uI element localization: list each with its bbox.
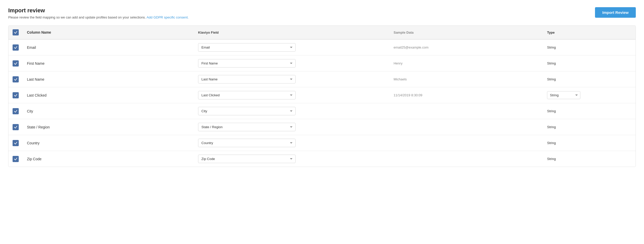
type-cell-0: String <box>543 39 636 55</box>
table-row: Zip CodeEmailFirst NameLast NameLast Cli… <box>8 151 636 167</box>
klaviyo-field-select-6[interactable]: EmailFirst NameLast NameLast ClickedCity… <box>198 139 296 147</box>
row-checkbox-cell-0[interactable] <box>8 39 23 55</box>
sample-data-cell-5 <box>389 119 543 135</box>
column-name-cell-0: Email <box>23 39 194 55</box>
klaviyo-field-cell-7: EmailFirst NameLast NameLast ClickedCity… <box>194 151 389 167</box>
klaviyo-field-cell-2: EmailFirst NameLast NameLast ClickedCity… <box>194 71 389 87</box>
sample-data-header: Sample Data <box>389 26 543 39</box>
klaviyo-field-select-0[interactable]: EmailFirst NameLast NameLast ClickedCity… <box>198 43 296 52</box>
row-checkbox-cell-2[interactable] <box>8 71 23 87</box>
klaviyo-field-cell-6: EmailFirst NameLast NameLast ClickedCity… <box>194 135 389 151</box>
type-cell-3[interactable]: StringNumberDateBoolean <box>543 87 636 103</box>
page-description: Please review the field mapping so we ca… <box>8 15 189 19</box>
page-title: Import review <box>8 7 189 14</box>
sample-data-cell-3: 11/14/2019 8:30:09 <box>389 87 543 103</box>
sample-data-cell-1: Henry <box>389 55 543 71</box>
type-cell-6: String <box>543 135 636 151</box>
row-checkbox-cell-3[interactable] <box>8 87 23 103</box>
column-name-cell-2: Last Name <box>23 71 194 87</box>
sample-data-cell-7 <box>389 151 543 167</box>
row-checkbox-6[interactable] <box>13 140 19 146</box>
table-row: Last ClickedEmailFirst NameLast NameLast… <box>8 87 636 103</box>
row-checkbox-2[interactable] <box>13 76 19 82</box>
table-row: CityEmailFirst NameLast NameLast Clicked… <box>8 103 636 119</box>
gdpr-link[interactable]: Add GDPR specific consent. <box>147 15 189 19</box>
header-row: Import review Please review the field ma… <box>8 7 636 19</box>
description-text: Please review the field mapping so we ca… <box>8 15 146 19</box>
table-header-row: Column Name Klaviyo Field Sample Data Ty… <box>8 26 636 39</box>
klaviyo-field-cell-5: EmailFirst NameLast NameLast ClickedCity… <box>194 119 389 135</box>
column-name-header: Column Name <box>23 26 194 39</box>
column-name-cell-5: State / Region <box>23 119 194 135</box>
klaviyo-field-select-3[interactable]: EmailFirst NameLast NameLast ClickedCity… <box>198 91 296 99</box>
row-checkbox-cell-7[interactable] <box>8 151 23 167</box>
type-cell-4: String <box>543 103 636 119</box>
table-row: CountryEmailFirst NameLast NameLast Clic… <box>8 135 636 151</box>
column-name-cell-6: Country <box>23 135 194 151</box>
row-checkbox-cell-6[interactable] <box>8 135 23 151</box>
klaviyo-field-cell-1: EmailFirst NameLast NameLast ClickedCity… <box>194 55 389 71</box>
type-cell-2: String <box>543 71 636 87</box>
row-checkbox-cell-5[interactable] <box>8 119 23 135</box>
table-row: Last NameEmailFirst NameLast NameLast Cl… <box>8 71 636 87</box>
column-name-cell-1: First Name <box>23 55 194 71</box>
row-checkbox-cell-4[interactable] <box>8 103 23 119</box>
type-cell-1: String <box>543 55 636 71</box>
type-cell-7: String <box>543 151 636 167</box>
row-checkbox-5[interactable] <box>13 124 19 130</box>
row-checkbox-4[interactable] <box>13 108 19 114</box>
klaviyo-field-cell-3: EmailFirst NameLast NameLast ClickedCity… <box>194 87 389 103</box>
row-checkbox-0[interactable] <box>13 44 19 51</box>
select-all-checkbox[interactable] <box>13 29 19 35</box>
type-select-3[interactable]: StringNumberDateBoolean <box>547 91 580 99</box>
page-wrapper: Import review Please review the field ma… <box>0 0 644 174</box>
table-row: State / RegionEmailFirst NameLast NameLa… <box>8 119 636 135</box>
column-name-cell-7: Zip Code <box>23 151 194 167</box>
import-review-button[interactable]: Import Review <box>595 7 636 18</box>
row-checkbox-1[interactable] <box>13 60 19 67</box>
klaviyo-field-select-4[interactable]: EmailFirst NameLast NameLast ClickedCity… <box>198 107 296 115</box>
header-left: Import review Please review the field ma… <box>8 7 189 19</box>
table-row: EmailEmailFirst NameLast NameLast Clicke… <box>8 39 636 55</box>
klaviyo-field-select-2[interactable]: EmailFirst NameLast NameLast ClickedCity… <box>198 75 296 83</box>
sample-data-cell-0: email25@example.com <box>389 39 543 55</box>
sample-data-cell-2: Michaels <box>389 71 543 87</box>
klaviyo-field-cell-0: EmailFirst NameLast NameLast ClickedCity… <box>194 39 389 55</box>
field-mapping-table-container: Column Name Klaviyo Field Sample Data Ty… <box>8 25 636 167</box>
field-mapping-table: Column Name Klaviyo Field Sample Data Ty… <box>8 26 636 167</box>
row-checkbox-cell-1[interactable] <box>8 55 23 71</box>
column-name-cell-4: City <box>23 103 194 119</box>
klaviyo-field-header: Klaviyo Field <box>194 26 389 39</box>
klaviyo-field-select-5[interactable]: EmailFirst NameLast NameLast ClickedCity… <box>198 123 296 131</box>
klaviyo-field-cell-4: EmailFirst NameLast NameLast ClickedCity… <box>194 103 389 119</box>
row-checkbox-7[interactable] <box>13 156 19 162</box>
type-cell-5: String <box>543 119 636 135</box>
sample-data-cell-4 <box>389 103 543 119</box>
table-body: EmailEmailFirst NameLast NameLast Clicke… <box>8 39 636 167</box>
klaviyo-field-select-7[interactable]: EmailFirst NameLast NameLast ClickedCity… <box>198 155 296 163</box>
table-row: First NameEmailFirst NameLast NameLast C… <box>8 55 636 71</box>
column-name-cell-3: Last Clicked <box>23 87 194 103</box>
row-checkbox-3[interactable] <box>13 92 19 98</box>
header-checkbox-cell[interactable] <box>8 26 23 39</box>
klaviyo-field-select-1[interactable]: EmailFirst NameLast NameLast ClickedCity… <box>198 59 296 68</box>
sample-data-cell-6 <box>389 135 543 151</box>
type-header: Type <box>543 26 636 39</box>
